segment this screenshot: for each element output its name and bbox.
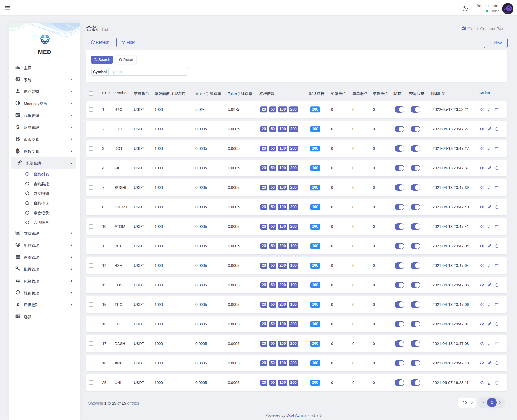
svg-text:STAKING: STAKING: [505, 12, 510, 13]
